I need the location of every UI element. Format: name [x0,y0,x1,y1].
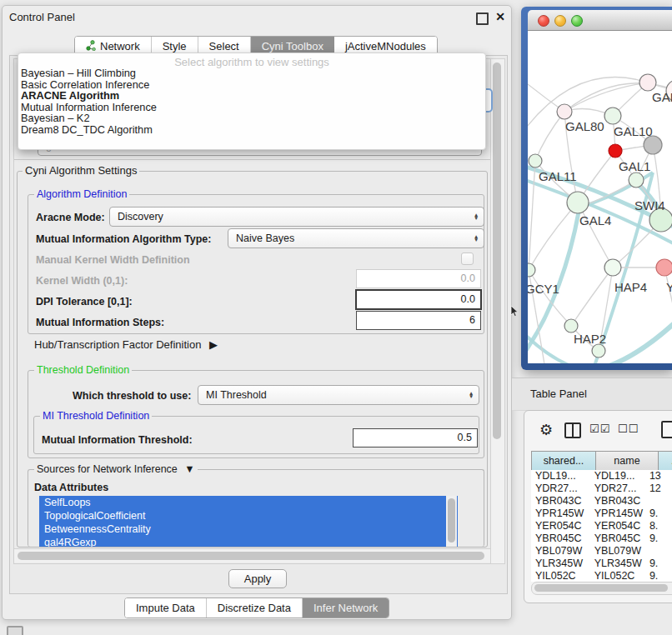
gear-icon[interactable]: ⚙ [539,421,553,439]
node-gal10 [604,108,621,124]
column-header-partial[interactable]: A [659,452,672,470]
node-red-selected [609,144,622,158]
tab-infer-network[interactable]: Infer Network [303,598,389,618]
table-row[interactable]: YDL19...YDL19...13 [531,470,672,482]
tab-network-label: Network [100,40,140,52]
node-label: HAP2 [574,332,606,346]
table-row[interactable]: YPR145WYPR145W9. [531,508,672,520]
apply-button[interactable]: Apply [228,569,287,588]
which-threshold-combo[interactable]: MI Threshold ▴▾ [198,385,479,405]
collapse-down-icon: ▼ [184,463,194,475]
mi-type-combo[interactable]: Naive Bayes ▴▾ [228,228,484,248]
node-hap2 [564,319,578,332]
kernel-width-field[interactable]: 0.0 [356,269,481,288]
node-label: Y [666,280,672,294]
mi-threshold-label: Mutual Information Threshold: [42,434,193,446]
sources-group-title[interactable]: Sources for Network Inference ▼ [34,463,198,475]
dropdown-item[interactable]: Bayesian – K2 [18,112,485,124]
table-panel-header-strip: Table Panel [512,378,672,411]
table-row[interactable]: YBR043CYBR043C [531,495,672,508]
column-header-shared-name[interactable]: shared... [532,452,596,470]
data-attributes-list: SelfLoops TopologicalCoefficient Between… [39,496,458,547]
minimized-panel-icon[interactable] [7,626,23,635]
mi-threshold-group-title: MI Threshold Definition [40,410,152,422]
combo-arrows-icon: ▴▾ [474,235,478,242]
select-all-checkboxes-icon[interactable]: ☑☑ [589,422,610,435]
zoom-traffic-light[interactable] [571,15,583,27]
dropdown-item[interactable]: Dream8 DC_TDC Algorithm [18,124,485,136]
aracne-mode-combo[interactable]: Discovery ▴▾ [109,207,484,227]
panel-title: Control Panel [9,11,75,23]
list-item[interactable]: BetweennessCentrality [39,522,458,536]
table-panel-title: Table Panel [530,388,587,400]
float-window-icon[interactable] [476,12,489,25]
node-gal11 [529,154,542,168]
mi-steps-label: Mutual Information Steps: [36,317,164,328]
control-panel-window: Control Panel ✕ Network Style Select [2,5,512,620]
which-threshold-label: Which threshold to use: [73,390,191,402]
mi-threshold-field[interactable]: 0.5 [353,428,478,448]
network-view-window: GAL GAL80 GAL10 GAL1 GAL11 SWI4 GAL4 GCY… [521,7,672,370]
dropdown-item[interactable]: Basic Correlation Inference [18,79,485,91]
node-gcy1 [528,263,535,277]
dpi-tolerance-field[interactable]: 0.0 [355,289,482,310]
table-body: YDL19...YDL19...13 YDR27...YDR27...12 YB… [531,470,672,582]
close-traffic-light[interactable] [538,15,549,27]
node-label: GCY1 [528,282,559,296]
data-attributes-label: Data Attributes [34,482,108,493]
network-tab-icon [86,40,96,53]
node-label: HAP4 [614,280,647,294]
table-row[interactable]: YBR045CYBR045C9. [531,532,672,545]
mouse-cursor-icon [510,306,519,318]
settings-hscrollbar-thumb[interactable] [18,552,484,560]
node-hap4 [604,259,621,276]
dropdown-item-selected[interactable]: ARACNE Algorithm [18,90,485,102]
table-row[interactable]: YBL079WYBL079W [531,545,672,558]
manual-kernel-checkbox[interactable] [461,252,474,265]
mi-steps-field[interactable]: 6 [356,311,481,330]
node-label: GAL [652,90,672,104]
network-canvas[interactable]: GAL GAL80 GAL10 GAL1 GAL11 SWI4 GAL4 GCY… [528,31,672,363]
table-row[interactable]: YLR345WYLR345W9. [531,558,672,570]
table-hscrollbar-track[interactable] [531,582,672,595]
node-gal4 [567,192,589,213]
table-hscrollbar-thumb[interactable] [534,584,668,592]
tab-impute-data[interactable]: Impute Data [125,598,207,618]
dropdown-item[interactable]: Mutual Information Inference [18,102,485,113]
screenshot-root: Control Panel ✕ Network Style Select [0,0,672,635]
deselect-all-checkboxes-icon[interactable]: ☐☐ [618,422,639,435]
list-scrollbar-track[interactable] [446,496,457,547]
algorithm-definition-title: Algorithm Definition [34,188,129,200]
manual-kernel-label: Manual Kernel Width Definition [36,254,190,266]
dpi-tolerance-label: DPI Tolerance [0,1]: [36,296,133,308]
dropdown-item[interactable]: Bayesian – Hill Climbing [18,68,485,79]
list-item[interactable]: TopologicalCoefficient [39,509,458,522]
list-item[interactable]: SelfLoops [39,496,458,509]
threshold-definition-title: Threshold Definition [34,364,132,376]
settings-vscrollbar-track[interactable] [490,58,505,564]
split-columns-icon[interactable] [564,422,581,438]
list-item[interactable]: gal4RGexp [39,536,458,547]
network-graph [528,31,672,363]
list-scrollbar-thumb[interactable] [448,498,455,542]
table-header-row: shared... name A [531,451,672,471]
node-label: GAL80 [565,119,604,133]
combo-arrows-icon: ▴▾ [474,213,478,221]
node-green-small [629,172,644,188]
network-window-titlebar[interactable] [528,10,672,31]
new-table-icon[interactable] [661,421,672,438]
table-row[interactable]: YER054CYER054C8. [531,520,672,532]
tab-discretize-data[interactable]: Discretize Data [207,598,303,618]
divider [14,159,494,160]
node-gal1-gray [644,136,662,154]
table-panel-card: ⚙ ☑☑ ☐☐ shared... name A YDL19...YDL19..… [524,410,672,603]
minimize-traffic-light[interactable] [554,15,566,27]
node-label: GAL4 [579,213,611,228]
settings-hscrollbar-track[interactable] [14,548,490,562]
close-icon[interactable]: ✕ [495,10,505,23]
table-row[interactable]: YIL052CYIL052C9. [531,570,672,582]
hub-definition-toggle[interactable]: Hub/Transcription Factor Definition ▶ [34,338,218,351]
settings-vscrollbar-thumb[interactable] [493,62,501,439]
table-row[interactable]: YDR27...YDR27...12 [531,482,672,495]
column-header-name[interactable]: name [596,452,659,470]
